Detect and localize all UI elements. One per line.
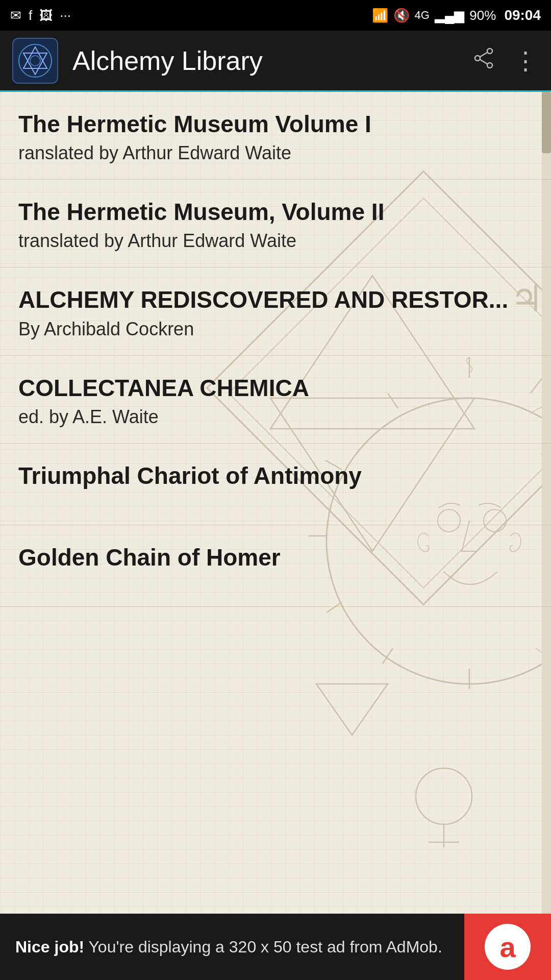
status-bar: ✉ f 🖼 ··· 📶 🔇 4G ▂▄▆ 90% 09:04	[0, 0, 551, 31]
svg-line-7	[480, 52, 488, 57]
book-title: ALCHEMY REDISCOVERED AND RESTOR...	[18, 286, 520, 314]
ad-banner[interactable]: Nice job! You're displaying a 320 x 50 t…	[0, 914, 551, 980]
more-options-button[interactable]: ⋮	[513, 46, 539, 75]
share-button[interactable]	[472, 47, 495, 75]
svg-point-3	[30, 56, 40, 66]
signal-icon: ▂▄▆	[435, 8, 464, 23]
admob-logo: a	[485, 924, 531, 970]
list-item[interactable]: COLLECTANEA CHEMICA ed. by A.E. Waite	[0, 356, 551, 444]
app-logo	[12, 38, 58, 84]
more-icon: ···	[60, 8, 71, 23]
svg-point-30	[416, 768, 472, 824]
book-title: COLLECTANEA CHEMICA	[18, 374, 520, 402]
status-bar-right: 📶 🔇 4G ▂▄▆ 90% 09:04	[372, 7, 541, 23]
book-subtitle: By Archibald Cockren	[18, 318, 520, 340]
content-area: ♃ The Hermetic Museum Volume I ranslated…	[0, 92, 551, 980]
svg-point-4	[487, 48, 492, 54]
image-icon: 🖼	[39, 8, 53, 23]
bluetooth-icon: 📶	[372, 8, 388, 23]
battery-label: 90%	[469, 8, 496, 23]
svg-point-0	[19, 44, 52, 77]
gmail-icon: ✉	[10, 8, 21, 23]
book-title: The Hermetic Museum Volume I	[18, 110, 520, 138]
app-bar-actions: ⋮	[472, 46, 539, 75]
svg-point-6	[487, 63, 492, 68]
book-subtitle: ed. by A.E. Waite	[18, 406, 520, 428]
ad-text: Nice job! You're displaying a 320 x 50 t…	[0, 936, 464, 959]
status-bar-left: ✉ f 🖼 ···	[10, 8, 71, 23]
book-subtitle: ranslated by Arthur Edward Waite	[18, 142, 520, 164]
app-title: Alchemy Library	[72, 45, 472, 76]
book-subtitle: translated by Arthur Edward Waite	[18, 230, 520, 252]
svg-marker-2	[23, 53, 47, 75]
ad-regular-text: You're displaying a 320 x 50 test ad fro…	[84, 938, 442, 956]
list-item[interactable]: Golden Chain of Homer	[0, 525, 551, 607]
svg-marker-1	[23, 47, 47, 68]
mute-icon: 🔇	[393, 8, 410, 23]
book-list: The Hermetic Museum Volume I ranslated b…	[0, 92, 551, 617]
book-title: The Hermetic Museum, Volume II	[18, 198, 520, 226]
time-label: 09:04	[504, 7, 541, 23]
app-bar: Alchemy Library ⋮	[0, 31, 551, 92]
list-item[interactable]: Triumphal Chariot of Antimony	[0, 444, 551, 525]
book-title: Golden Chain of Homer	[18, 544, 520, 572]
facebook-icon: f	[29, 8, 32, 23]
book-title: Triumphal Chariot of Antimony	[18, 462, 520, 490]
list-item[interactable]: The Hermetic Museum, Volume II translate…	[0, 180, 551, 267]
svg-point-5	[475, 56, 480, 61]
4g-icon: 4G	[415, 9, 430, 22]
svg-line-8	[480, 59, 488, 64]
svg-marker-29	[316, 684, 388, 735]
logo-icon	[17, 43, 53, 79]
list-item[interactable]: The Hermetic Museum Volume I ranslated b…	[0, 92, 551, 180]
ad-bold-text: Nice job!	[15, 938, 84, 956]
ad-logo-area: a	[464, 914, 551, 980]
svg-line-21	[383, 648, 393, 664]
list-item[interactable]: ALCHEMY REDISCOVERED AND RESTOR... By Ar…	[0, 267, 551, 355]
